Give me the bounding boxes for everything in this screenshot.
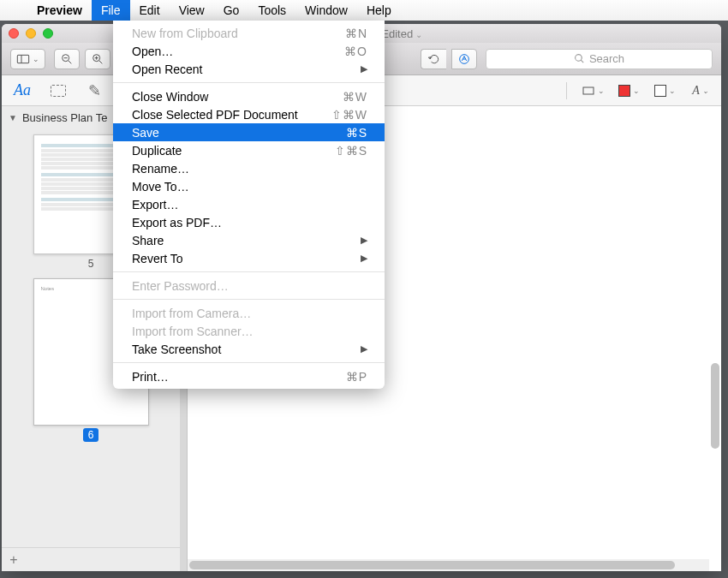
edit-menu[interactable]: Edit [130,0,170,21]
help-menu[interactable]: Help [357,0,401,21]
minimize-window-button[interactable] [26,28,36,39]
svg-rect-0 [17,55,28,63]
svg-line-6 [99,61,102,63]
menu-print[interactable]: Print…⌘P [113,367,385,385]
search-field[interactable]: Search [486,49,713,69]
disclosure-triangle-icon[interactable]: ▼ [9,113,17,122]
submenu-arrow-icon: ▶ [361,235,367,246]
menu-export[interactable]: Export… [113,195,385,213]
close-window-button[interactable] [9,28,19,39]
submenu-arrow-icon: ▶ [361,343,367,355]
font-button[interactable]: A⌄ [689,80,713,101]
menu-open[interactable]: Open…⌘O [113,42,385,60]
file-menu[interactable]: File [92,0,130,21]
submenu-arrow-icon: ▶ [361,253,367,264]
menu-rename[interactable]: Rename… [113,159,385,177]
rotate-button[interactable] [421,49,446,69]
menu-new-from-clipboard: New from Clipboard⌘N [113,24,385,42]
menu-enter-password: Enter Password… [113,277,385,295]
menu-duplicate[interactable]: Duplicate⇧⌘S [113,141,385,159]
svg-rect-10 [583,87,594,94]
menu-revert-to[interactable]: Revert To▶ [113,249,385,267]
add-page-button[interactable]: + [2,552,26,568]
horizontal-scrollbar[interactable] [188,559,709,571]
tools-menu[interactable]: Tools [248,0,295,21]
menu-take-screenshot[interactable]: Take Screenshot▶ [113,340,385,358]
menu-import-scanner: Import from Scanner… [113,322,385,340]
page-6-label: 6 [2,429,180,441]
document-title: Business Plan Te [22,111,108,124]
file-menu-dropdown: New from Clipboard⌘N Open…⌘O Open Recent… [113,21,385,389]
go-menu[interactable]: Go [214,0,249,21]
text-style-button[interactable]: Aa [10,80,34,101]
traffic-lights [9,28,53,39]
submenu-arrow-icon: ▶ [361,63,367,74]
system-menubar: Preview File Edit View Go Tools Window H… [0,0,728,21]
view-menu[interactable]: View [170,0,214,21]
sketch-button[interactable]: ✎ [82,80,106,101]
fill-color-button[interactable]: ⌄ [653,80,677,101]
menu-open-recent[interactable]: Open Recent▶ [113,60,385,78]
menu-close-pdf[interactable]: Close Selected PDF Document⇧⌘W [113,105,385,123]
search-placeholder: Search [589,52,624,65]
zoom-window-button[interactable] [43,28,53,39]
menu-move-to[interactable]: Move To… [113,177,385,195]
shape-style-button[interactable]: ⌄ [581,80,605,101]
zoom-in-button[interactable] [85,49,110,69]
menu-share[interactable]: Share▶ [113,231,385,249]
sidebar-view-button[interactable]: ⌄ [10,49,45,69]
markup-button[interactable] [451,49,477,69]
selection-tool-button[interactable] [46,80,70,101]
search-icon [574,53,585,64]
menu-save[interactable]: Save⌘S [113,123,385,141]
menu-import-camera: Import from Camera… [113,304,385,322]
sidebar-footer: + [2,547,180,571]
svg-line-3 [69,61,71,63]
border-color-button[interactable]: ⌄ [617,80,641,101]
window-menu[interactable]: Window [295,0,357,21]
app-menu[interactable]: Preview [27,0,92,21]
zoom-out-button[interactable] [54,49,80,69]
menu-close-window[interactable]: Close Window⌘W [113,87,385,105]
vertical-scrollbar[interactable] [709,106,721,559]
menu-export-pdf[interactable]: Export as PDF… [113,213,385,231]
